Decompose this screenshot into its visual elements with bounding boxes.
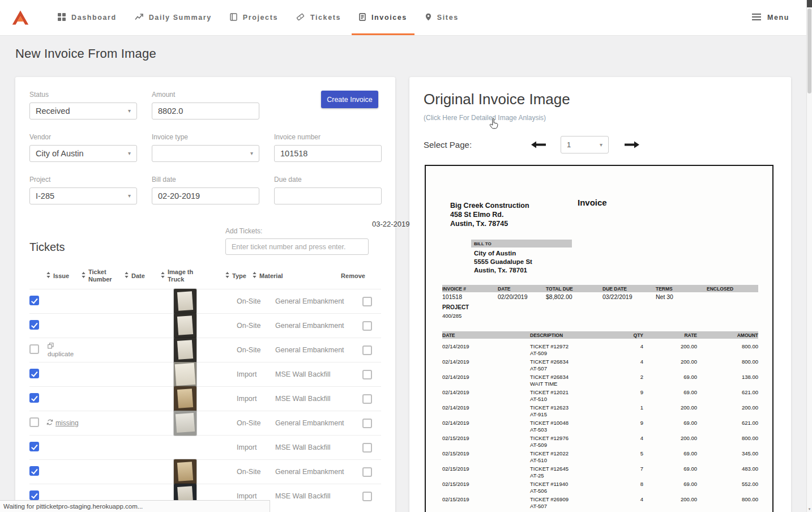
scanned-invoice-image[interactable]: Big Creek Construction 458 St Elmo Rd. A…	[425, 165, 773, 512]
nav-item-sites[interactable]: Sites	[416, 0, 468, 35]
vendor-value: City of Austin	[36, 149, 84, 158]
ticket-image-thumbnail[interactable]	[174, 289, 196, 314]
ticket-image-thumbnail[interactable]	[174, 362, 196, 387]
ticket-checkbox[interactable]	[29, 369, 39, 378]
sort-icon[interactable]	[253, 272, 257, 280]
dashboard-grid-icon	[58, 13, 66, 23]
chevron-down-icon: ▾	[128, 108, 131, 114]
nav-item-projects[interactable]: Projects	[221, 0, 287, 35]
app-logo[interactable]	[11, 10, 29, 25]
create-invoice-button[interactable]: Create Invoice	[321, 91, 378, 108]
ticket-issue: missing	[46, 419, 82, 427]
due-date-field: Due date	[274, 176, 382, 204]
nav-label: Dashboard	[71, 14, 117, 22]
ticket-checkbox[interactable]	[29, 442, 39, 451]
add-ticket-input[interactable]	[225, 238, 369, 255]
bill-date-input[interactable]	[152, 187, 259, 204]
col-header-date[interactable]: Date	[125, 272, 161, 280]
detailed-analysis-link[interactable]: (Click Here For Detailed Image Anlaysis)	[424, 114, 546, 122]
nav-item-daily-summary[interactable]: Daily Summary	[126, 0, 221, 35]
invoice-line-row: 02/15/2019TICKET #11940AT-506869.00552.0…	[442, 481, 758, 496]
add-tickets-label: Add Tickets:	[225, 227, 369, 235]
dragged-date-text: 03-22-2019	[372, 220, 410, 228]
col-header-ticket-number[interactable]: Ticket Number	[82, 268, 125, 283]
ticket-type: On-Site	[217, 468, 268, 476]
remove-checkbox[interactable]	[362, 394, 372, 404]
remove-checkbox[interactable]	[362, 321, 372, 331]
due-date-label: Due date	[274, 176, 382, 184]
page-title: New Invoice From Image	[15, 46, 156, 61]
nav-item-dashboard[interactable]: Dashboard	[49, 0, 126, 35]
scrollbar-thumb[interactable]	[807, 8, 811, 93]
menu-button[interactable]: Menu	[752, 14, 789, 22]
ticket-checkbox[interactable]	[29, 466, 39, 476]
invoice-number-input[interactable]	[274, 145, 382, 162]
ticket-type: Import	[217, 443, 268, 451]
col-header-remove: Remove	[325, 272, 381, 280]
bill-date-field: Bill date	[152, 176, 259, 204]
remove-checkbox[interactable]	[362, 370, 372, 379]
sort-icon[interactable]	[125, 272, 129, 280]
remove-checkbox[interactable]	[362, 443, 372, 453]
ticket-row: missing On-Site General Embankment	[29, 411, 381, 435]
remove-checkbox[interactable]	[362, 467, 372, 477]
page-scrollbar[interactable]: ▾	[806, 0, 812, 512]
sort-icon[interactable]	[225, 272, 229, 280]
col-header-issue[interactable]: Issue	[46, 272, 82, 280]
vendor-select[interactable]: City of Austin ▾	[29, 145, 137, 162]
project-label: Project	[29, 176, 137, 184]
status-field: Status Received ▾	[29, 91, 137, 120]
ticket-checkbox[interactable]	[29, 296, 39, 305]
amount-input[interactable]	[152, 103, 259, 120]
ticket-checkbox[interactable]	[29, 320, 39, 330]
nav-item-tickets[interactable]: Tickets	[287, 0, 350, 35]
ticket-image-thumbnail[interactable]	[174, 313, 196, 338]
ticket-type: Import	[217, 395, 268, 403]
hamburger-icon	[752, 14, 761, 22]
remove-checkbox[interactable]	[362, 419, 372, 428]
ticket-image-thumbnail[interactable]	[174, 386, 196, 411]
status-select[interactable]: Received ▾	[29, 103, 137, 120]
remove-checkbox[interactable]	[362, 297, 372, 306]
invoice-type-select[interactable]: ▾	[152, 145, 259, 162]
invoice-meta-table: INVOICE # DATE TOTAL DUE DUE DATE TERMS …	[442, 285, 758, 300]
previous-page-arrow[interactable]	[531, 140, 546, 149]
missing-link[interactable]: missing	[55, 419, 79, 427]
invoice-image-card: Original Invoice Image (Click Here For D…	[409, 77, 791, 512]
next-page-arrow[interactable]	[625, 140, 639, 149]
chevron-down-icon: ▾	[128, 193, 131, 199]
remove-checkbox[interactable]	[362, 492, 372, 501]
ticket-row: Import MSE Wall Backfill	[29, 435, 381, 459]
browser-status-bar: Waiting for pitticketpro-staging.herokua…	[0, 500, 270, 512]
invoice-line-row: 02/15/2019TICKET #26909AT-5074200.00800.…	[442, 496, 758, 511]
chevron-down-icon: ▾	[250, 151, 253, 156]
main-nav: Dashboard Daily Summary Projects Tickets…	[49, 0, 468, 35]
ticket-row: Import MSE Wall Backfill	[29, 362, 381, 386]
ticket-row: duplicate On-Site General Embankment	[29, 338, 381, 362]
invoice-line-row: 02/14/2019TICKET #10048AT-503969.00621.0…	[442, 420, 758, 435]
col-header-image[interactable]: Image th Truck	[161, 268, 217, 283]
page-number-select[interactable]: 1 ▾	[561, 136, 609, 153]
invoice-line-row: 02/15/2019TICKET #12976AT-5094200.00800.…	[442, 435, 758, 450]
ticket-image-thumbnail[interactable]	[174, 459, 196, 484]
invoice-line-items-table: DATE DESCRIPTION QTY RATE AMOUNT 02/14/2…	[442, 331, 758, 511]
ticket-image-thumbnail[interactable]	[174, 411, 196, 436]
ticket-checkbox[interactable]	[29, 490, 39, 500]
chevron-down-icon: ▾	[128, 151, 131, 156]
ticket-issue: duplicate	[46, 343, 82, 357]
sort-icon[interactable]	[161, 272, 165, 280]
nav-item-invoices[interactable]: Invoices	[350, 0, 416, 35]
project-select[interactable]: I-285 ▾	[29, 187, 137, 204]
ticket-checkbox[interactable]	[29, 344, 39, 354]
ticket-row: Import MSE Wall Backfill	[29, 386, 381, 411]
ticket-checkbox[interactable]	[29, 417, 39, 427]
tickets-table-header: Issue Ticket Number Date Image th Truck …	[29, 263, 381, 289]
ticket-image-thumbnail[interactable]	[174, 338, 196, 362]
sort-icon[interactable]	[46, 272, 50, 280]
select-page-label: Select Page:	[424, 140, 487, 150]
ticket-checkbox[interactable]	[29, 393, 39, 403]
sort-icon[interactable]	[82, 272, 86, 280]
remove-checkbox[interactable]	[362, 345, 372, 355]
due-date-input[interactable]	[274, 187, 382, 204]
scrollbar-down-arrow[interactable]: ▾	[807, 507, 812, 511]
